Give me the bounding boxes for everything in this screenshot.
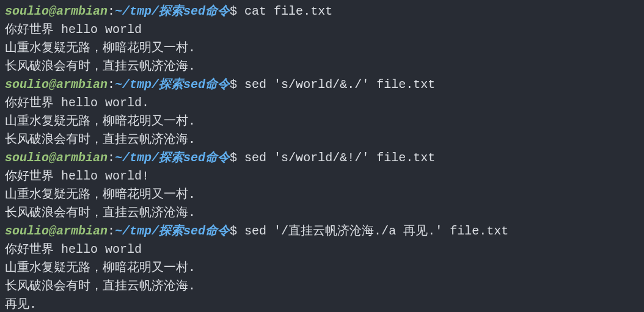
- prompt-at: @: [49, 4, 56, 18]
- prompt-at: @: [49, 224, 56, 238]
- terminal-output: soulio@armbian:~/tmp/探索sed命令$ cat file.t…: [5, 2, 639, 312]
- prompt-user: soulio: [5, 4, 49, 18]
- prompt-line[interactable]: soulio@armbian:~/tmp/探索sed命令$ sed 's/wor…: [5, 76, 639, 94]
- prompt-at: @: [49, 151, 56, 165]
- prompt-host: armbian: [56, 151, 108, 165]
- prompt-user: soulio: [5, 224, 49, 238]
- output-line: 你好世界 hello world: [5, 241, 639, 259]
- prompt-colon: :: [108, 4, 115, 18]
- prompt-host: armbian: [56, 78, 108, 92]
- command-text: sed 's/world/&!/' file.txt: [244, 151, 435, 165]
- prompt-dollar: $: [230, 151, 244, 165]
- prompt-line[interactable]: soulio@armbian:~/tmp/探索sed命令$ sed '/直挂云帆…: [5, 222, 639, 241]
- prompt-colon: :: [108, 224, 115, 238]
- command-text: cat file.txt: [244, 4, 332, 18]
- prompt-dollar: $: [230, 78, 244, 92]
- prompt-host: armbian: [56, 224, 108, 238]
- output-line: 山重水复疑无路，柳暗花明又一村.: [5, 39, 639, 57]
- output-line: 山重水复疑无路，柳暗花明又一村.: [5, 112, 639, 131]
- prompt-dollar: $: [230, 4, 244, 18]
- output-line: 山重水复疑无路，柳暗花明又一村.: [5, 259, 639, 277]
- prompt-user: soulio: [5, 151, 49, 165]
- prompt-host: armbian: [56, 4, 108, 18]
- prompt-colon: :: [108, 78, 115, 92]
- prompt-path: ~/tmp/探索sed命令: [115, 151, 230, 165]
- prompt-path: ~/tmp/探索sed命令: [115, 78, 230, 92]
- prompt-line[interactable]: soulio@armbian:~/tmp/探索sed命令$ cat file.t…: [5, 2, 639, 21]
- prompt-line[interactable]: soulio@armbian:~/tmp/探索sed命令$ sed 's/wor…: [5, 149, 639, 167]
- output-line: 长风破浪会有时，直挂云帆济沧海.: [5, 131, 639, 149]
- command-text: sed 's/world/&./' file.txt: [244, 78, 435, 92]
- prompt-path: ~/tmp/探索sed命令: [115, 4, 230, 18]
- output-line: 山重水复疑无路，柳暗花明又一村.: [5, 186, 639, 204]
- output-line: 长风破浪会有时，直挂云帆济沧海.: [5, 277, 639, 296]
- prompt-dollar: $: [230, 224, 244, 238]
- prompt-at: @: [49, 78, 56, 92]
- output-line: 你好世界 hello world.: [5, 94, 639, 112]
- output-line: 再见.: [5, 296, 639, 312]
- output-line: 你好世界 hello world!: [5, 167, 639, 186]
- prompt-colon: :: [108, 151, 115, 165]
- output-line: 长风破浪会有时，直挂云帆济沧海.: [5, 204, 639, 222]
- output-line: 长风破浪会有时，直挂云帆济沧海.: [5, 57, 639, 76]
- output-line: 你好世界 hello world: [5, 21, 639, 39]
- prompt-path: ~/tmp/探索sed命令: [115, 224, 230, 238]
- prompt-user: soulio: [5, 78, 49, 92]
- command-text: sed '/直挂云帆济沧海./a 再见.' file.txt: [244, 224, 508, 238]
